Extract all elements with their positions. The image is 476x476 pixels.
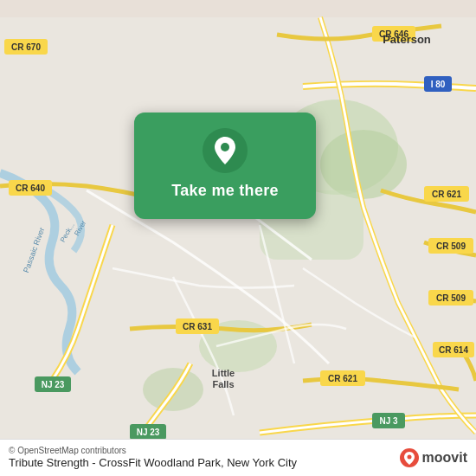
moovit-logo: moovit <box>400 448 467 467</box>
bottom-bar: © OpenStreetMap contributors Tribute Str… <box>0 439 476 476</box>
svg-text:CR 509: CR 509 <box>436 293 466 303</box>
svg-text:Little: Little <box>212 368 235 378</box>
svg-text:Falls: Falls <box>212 379 234 389</box>
bottom-left: © OpenStreetMap contributors Tribute Str… <box>9 446 297 469</box>
svg-text:NJ 3: NJ 3 <box>379 416 398 426</box>
take-me-there-button[interactable]: Take me there <box>171 182 279 200</box>
map-background: CR 670 CR 646 CR 640 I 80 CR 621 CR 509 … <box>0 0 476 476</box>
svg-point-2 <box>320 130 407 199</box>
location-pin-icon <box>203 128 248 173</box>
svg-text:CR 621: CR 621 <box>328 374 357 383</box>
svg-text:CR 509: CR 509 <box>436 241 466 251</box>
map-container: CR 670 CR 646 CR 640 I 80 CR 621 CR 509 … <box>0 0 476 476</box>
svg-text:CR 614: CR 614 <box>439 345 468 355</box>
moovit-brand-name: moovit <box>422 450 467 466</box>
location-title: Tribute Strength - CrossFit Woodland Par… <box>9 456 297 469</box>
svg-point-42 <box>407 454 411 459</box>
svg-point-40 <box>221 143 229 151</box>
popup-card[interactable]: Take me there <box>134 113 316 219</box>
svg-text:I 80: I 80 <box>431 80 446 89</box>
svg-text:NJ 23: NJ 23 <box>137 428 160 437</box>
svg-text:CR 631: CR 631 <box>183 322 212 331</box>
moovit-brand-icon <box>400 448 419 467</box>
svg-text:NJ 23: NJ 23 <box>42 380 65 389</box>
attribution-text: © OpenStreetMap contributors <box>9 446 297 455</box>
svg-text:CR 621: CR 621 <box>432 190 461 199</box>
svg-text:CR 670: CR 670 <box>11 42 41 52</box>
svg-text:CR 640: CR 640 <box>16 183 45 193</box>
svg-text:Paterson: Paterson <box>383 33 431 46</box>
